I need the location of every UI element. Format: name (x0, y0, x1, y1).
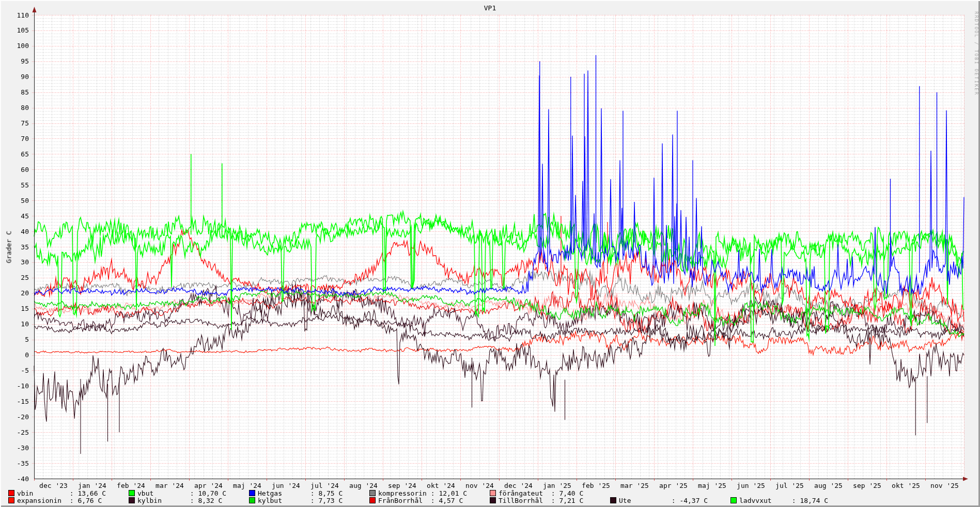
legend-label: kompressorin (378, 489, 431, 497)
x-tick-label: apr '25 (659, 482, 688, 489)
legend-value: : 6,76 C (70, 497, 102, 504)
legend-item-expansionin: expansionin: 6,76 C (8, 497, 129, 504)
plot-area (0, 0, 980, 507)
x-tick-label: mar '25 (620, 482, 649, 489)
x-tick-label: dec '24 (504, 482, 533, 489)
legend-item-kylbin: kylbin: 8,32 C (129, 497, 249, 504)
y-tick-label: 10 (0, 321, 29, 327)
legend-swatch-kompressorin (369, 490, 376, 496)
x-tick-label: okt '25 (892, 482, 920, 489)
legend-value: : 13,66 C (70, 489, 106, 497)
x-tick-label: feb '25 (582, 482, 610, 489)
legend-swatch-kylbin (129, 497, 135, 503)
y-tick-label: 5 (0, 336, 29, 343)
legend-swatch-vbin (8, 490, 14, 496)
y-tick-label: 50 (0, 197, 29, 204)
y-tick-label: -15 (0, 398, 29, 405)
y-tick-label: -5 (0, 367, 29, 374)
y-tick-label: 20 (0, 290, 29, 296)
legend-swatch-expansionin (8, 497, 14, 503)
y-tick-label: 110 (0, 12, 29, 19)
legend-swatch-förångateut (490, 490, 496, 496)
y-tick-label: 60 (0, 166, 29, 173)
y-tick-label: 35 (0, 244, 29, 250)
legend-swatch-Ute (610, 497, 616, 503)
x-tick-label: nov '24 (465, 482, 494, 489)
legend-value: : 4,57 C (431, 497, 463, 504)
y-tick-label: -10 (0, 383, 29, 389)
x-tick-label: okt '24 (427, 482, 455, 489)
legend-value: : 10,70 C (190, 489, 226, 497)
watermark-text: RRDTOOL / TOBI OETIKER (974, 11, 979, 96)
legend-item-Hetgas: Hetgas: 8,75 C (249, 489, 369, 497)
y-tick-label: 45 (0, 213, 29, 219)
x-tick-label: jan '24 (78, 482, 106, 489)
legend-label: Ute (619, 497, 672, 504)
x-tick-label: dec '23 (39, 482, 68, 489)
legend-value: : 7,40 C (551, 489, 584, 497)
legend-value: : 8,32 C (190, 497, 223, 504)
x-tick-label: maj '24 (233, 482, 261, 489)
legend-swatch-kylbut (249, 497, 255, 503)
y-tick-label: 0 (0, 352, 29, 358)
y-tick-label: 30 (0, 259, 29, 265)
legend-label: Hetgas (258, 489, 310, 497)
legend-swatch-FrånBorrhål (369, 497, 376, 503)
legend-row: vbin: 13,66 Cvbut: 10,70 CHetgas: 8,75 C… (8, 489, 978, 497)
chart-title: VP1 (0, 4, 980, 12)
legend-item-vbut: vbut: 10,70 C (129, 489, 249, 497)
legend-label: kylbin (137, 497, 190, 504)
legend-label: expansionin (17, 497, 70, 504)
legend-label: TillBorrhål (499, 497, 551, 504)
legend-swatch-vbut (129, 490, 135, 496)
legend-value: : 8,75 C (310, 489, 343, 497)
y-tick-label: 100 (0, 42, 29, 49)
x-tick-label: jan '25 (543, 482, 571, 489)
legend: vbin: 13,66 Cvbut: 10,70 CHetgas: 8,75 C… (8, 489, 978, 504)
legend-item-förångateut: förångateut: 7,40 C (490, 489, 610, 497)
y-tick-label: -25 (0, 429, 29, 436)
y-tick-label: 75 (0, 120, 29, 126)
y-tick-label: 80 (0, 104, 29, 111)
x-tick-label: sep '24 (388, 482, 416, 489)
x-tick-label: jul '25 (775, 482, 804, 489)
x-tick-label: jul '24 (310, 482, 339, 489)
rrdtool-graph: VP1 RRDTOOL / TOBI OETIKER Grader C 1101… (0, 0, 980, 507)
x-tick-label: jun '25 (737, 482, 765, 489)
legend-label: FrånBorrhål (378, 497, 431, 504)
y-tick-label: 55 (0, 182, 29, 188)
legend-item-TillBorrhål: TillBorrhål: 7,21 C (490, 497, 610, 504)
legend-label: vbin (17, 489, 70, 497)
legend-item-Ute: Ute: -4,37 C (610, 497, 730, 504)
legend-label: kylbut (258, 497, 310, 504)
legend-swatch-Hetgas (249, 490, 255, 496)
y-tick-label: 40 (0, 228, 29, 235)
x-tick-label: aug '25 (814, 482, 843, 489)
legend-row: expansionin: 6,76 Ckylbin: 8,32 Ckylbut:… (8, 497, 978, 504)
legend-label: förångateut (499, 489, 551, 497)
legend-item-ladvvxut: ladvvxut: 18,74 C (730, 497, 851, 504)
y-tick-label: -30 (0, 445, 29, 451)
x-tick-label: feb '24 (117, 482, 145, 489)
x-tick-label: maj '25 (698, 482, 726, 489)
x-tick-label: sep '25 (853, 482, 881, 489)
y-tick-label: 105 (0, 27, 29, 34)
y-tick-label: -20 (0, 414, 29, 420)
legend-value: : 7,21 C (551, 497, 584, 504)
x-tick-label: jun '24 (272, 482, 300, 489)
legend-swatch-TillBorrhål (490, 497, 496, 503)
y-tick-label: 70 (0, 135, 29, 142)
legend-value: : 18,74 C (792, 497, 828, 504)
y-tick-label: 85 (0, 89, 29, 96)
legend-label: vbut (137, 489, 190, 497)
y-tick-label: 25 (0, 274, 29, 281)
x-tick-label: aug '24 (349, 482, 378, 489)
legend-value: : -4,37 C (672, 497, 708, 504)
x-tick-label: nov '25 (930, 482, 959, 489)
legend-swatch-ladvvxut (730, 497, 737, 503)
x-tick-label: mar '24 (155, 482, 184, 489)
y-tick-label: 90 (0, 73, 29, 80)
legend-label: ladvvxut (739, 497, 792, 504)
x-tick-label: apr '24 (194, 482, 223, 489)
legend-value: : 12,01 C (431, 489, 467, 497)
